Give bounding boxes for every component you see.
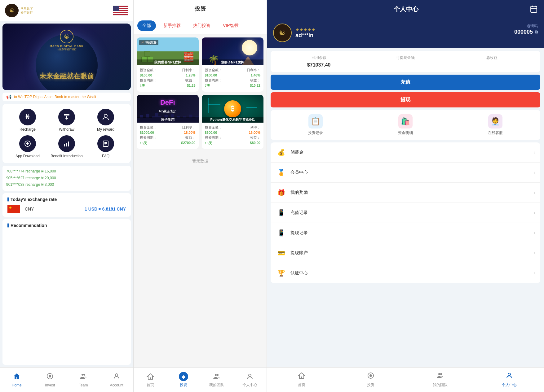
defi-period-label: 投资周期： (140, 135, 157, 140)
profile-nav-invest[interactable]: 投资 (336, 372, 406, 388)
grid-item-withdraw[interactable]: Withdraw (49, 109, 84, 132)
profile-title: 个人中心 (282, 5, 530, 13)
defi-card-label: 波卡生态 (137, 117, 199, 123)
grid-item-recharge[interactable]: ₦ Recharge (10, 109, 45, 132)
grid-item-app-download[interactable]: App Download (10, 135, 45, 158)
moon-decoration (242, 40, 257, 55)
invest-tab-all[interactable]: 全部 (137, 20, 156, 31)
balance-withdrawable: 可提现金额 (362, 55, 449, 68)
team-nav-icon (80, 372, 87, 382)
nav-home[interactable]: Home (0, 370, 33, 390)
invest-card-python[interactable]: ₿ Python量化交易数字货币041 投资金额： 利率： $500.00 16… (202, 95, 264, 149)
daily-rate-label: 日利率： (182, 68, 196, 72)
copy-icon[interactable]: ⧉ (535, 29, 538, 35)
detail-row-period-values: 1天 $1.25 (140, 84, 196, 88)
banner-logo: ☯ MARS DIGITAL BANK 火星数字资产银行 (50, 30, 84, 51)
qa-invest-record[interactable]: 📋 投资记录 (308, 114, 323, 136)
profile-avatar: ☯ (273, 24, 292, 42)
bank-cn: 火星数字资产银行 (50, 48, 84, 51)
svg-point-17 (249, 374, 251, 377)
invest-tab-beginner[interactable]: 新手推荐 (158, 20, 186, 31)
invest-nav-profile[interactable]: 个人中心 (233, 372, 267, 388)
reward-menu-icon: 🎁 (276, 187, 287, 198)
pnav-invest-icon (367, 372, 374, 381)
menu-item-vip[interactable]: 🏅 会员中心 › (271, 163, 540, 183)
defi-logo: DeFi (160, 98, 175, 107)
recharge-button[interactable]: 充值 (271, 75, 540, 90)
flag-cny (7, 205, 20, 213)
menu-item-recharge-record[interactable]: 📱 充值记录 › (271, 203, 540, 223)
recharge-record-3: 901****038 recharge ₦ 3,000 (6, 181, 127, 188)
invest-nav-team[interactable]: 我的团队 (200, 372, 233, 388)
profile-nav-home[interactable]: 首页 (267, 372, 336, 388)
logo-text: 马星数字 资产银行 (20, 7, 33, 15)
svg-point-1 (104, 114, 107, 117)
invest-card-minecraft[interactable]: 🎮 我的世界 🧱 我的世界NFT质押 投资金额： 日利率： $100.00 1.… (137, 37, 199, 92)
invest-card-defi[interactable]: DeFi Polkadot. 波卡生态 投资金额： 日利率： $1000.00 … (137, 95, 199, 149)
menu-item-withdraw-record[interactable]: 📱 提现记录 › (271, 223, 540, 243)
invest-bottom-nav: 首页 ◆ 投资 我的团队 个人中心 (134, 367, 267, 392)
grid-item-faq[interactable]: FAQ (88, 135, 123, 158)
defi-yield-label: 收益： (185, 135, 196, 140)
invest-nav-home[interactable]: 首页 (134, 372, 167, 388)
invest-cards: 🎮 我的世界 🧱 我的世界NFT质押 投资金额： 日利率： $100.00 1.… (134, 34, 267, 367)
invest-tabs: 全部 新手推荐 热门投资 VIP智投 (134, 17, 267, 34)
pnav-account-label: 个人中心 (502, 382, 517, 388)
flag-us[interactable] (113, 6, 128, 15)
savings-arrow: › (534, 150, 535, 155)
withdraw-account-icon: 💳 (276, 247, 287, 259)
svg-point-12 (82, 374, 83, 376)
profile-header: 个人中心 (267, 0, 544, 20)
menu-item-savings[interactable]: 💰 储蓄金 › (271, 142, 540, 163)
invest-profile-label: 个人中心 (242, 382, 257, 388)
available-label: 可用余额 (276, 55, 362, 60)
invest-card-lazysheep[interactable]: 🌴 懒狮子NFT质押 投资金额： 日利率： $100.00 1.46% 投资周期… (202, 37, 264, 92)
calendar-icon[interactable] (530, 5, 538, 15)
pnav-team-icon (436, 372, 444, 381)
total-yield-label: 总收益 (449, 55, 535, 60)
profile-nav-account[interactable]: 个人中心 (475, 372, 544, 388)
balance-section: 可用余额 $71037.40 可提现金额 总收益 (271, 51, 540, 72)
ls-amount-label: 投资金额： (205, 68, 222, 72)
py-row-2: $500.00 16.00% (205, 131, 261, 134)
defi-row-2: $1000.00 18.00% (140, 131, 196, 134)
vip-arrow: › (534, 170, 535, 175)
menu-item-auth-center[interactable]: 🏆 认证中心 › (271, 263, 540, 283)
qa-fund-detail[interactable]: 🛍️ 资金明细 (398, 114, 413, 136)
nav-invest[interactable]: Invest (33, 370, 67, 390)
minecraft-badge: 🎮 我的世界 (139, 40, 158, 45)
invest-nav-invest[interactable]: ◆ 投资 (167, 372, 200, 388)
grid-item-benefit[interactable]: Benefit Introduction (49, 135, 84, 158)
invest-tab-popular[interactable]: 热门投资 (188, 20, 215, 31)
grid-item-reward[interactable]: My reward (88, 109, 123, 132)
nav-team[interactable]: Team (67, 370, 100, 390)
nav-account[interactable]: Account (100, 370, 134, 390)
recharge-record-label: 充值记录 (290, 210, 530, 216)
withdraw-account-arrow: › (534, 250, 535, 256)
py-row-3: 投资周期： 收益： (205, 135, 261, 140)
invite-code-value: 000005 (514, 29, 533, 35)
polkadot-logo: Polkadot. (159, 109, 177, 114)
balance-total-yield: 总收益 (449, 55, 535, 68)
invest-nav-icon (46, 372, 54, 382)
qa-online-service[interactable]: 🧑‍💼 在线客服 (488, 114, 503, 136)
svg-point-25 (440, 373, 442, 375)
profile-username: ad***in (295, 32, 316, 39)
pnav-account-icon (506, 372, 513, 381)
menu-item-reward[interactable]: 🎁 我的奖励 › (271, 183, 540, 203)
invite-label: 邀请码 (514, 24, 538, 29)
menu-item-withdraw-account[interactable]: 💳 提现账户 › (271, 243, 540, 263)
profile-stars: ★★★★★ (295, 27, 316, 32)
withdraw-button[interactable]: 提现 (271, 92, 540, 107)
recommendation-section: Recommendation (2, 219, 131, 365)
savings-icon: 💰 (276, 147, 287, 158)
marquee-area: 📢 to WinTOP Digital Asset Bank to master… (2, 93, 131, 101)
python-card-label: Python量化交易数字货币041 (202, 117, 264, 123)
py-period-label: 投资周期： (205, 135, 222, 140)
invest-tab-vip[interactable]: VIP智投 (218, 20, 244, 31)
yield-label: 收益： (185, 78, 196, 83)
detail-row-period: 投资周期： 收益： (140, 78, 196, 83)
profile-nav-team[interactable]: 我的团队 (405, 372, 475, 388)
faq-label: FAQ (102, 154, 109, 158)
app-download-label: App Download (15, 154, 40, 158)
